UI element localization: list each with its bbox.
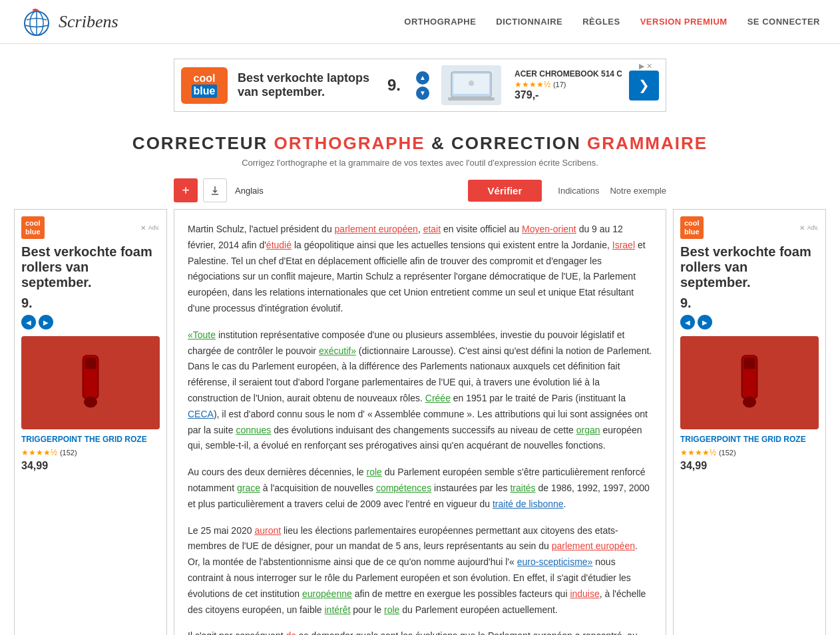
title-part1: CORRECTEUR	[132, 133, 268, 153]
ad-review-count: (17)	[553, 81, 566, 89]
svg-point-5	[469, 81, 474, 86]
main-heading-area: CORRECTEUR ORTHOGRAPHE & CORRECTION GRAM…	[0, 133, 840, 168]
right-ad-advert: Adv.	[807, 224, 819, 231]
left-ad-close[interactable]: ✕	[140, 224, 146, 232]
paragraph-4: Le 25 mai 2020 auront lieu les élections…	[188, 523, 652, 618]
ad-stars: ★★★★½	[515, 80, 550, 89]
err-parlement-europeen-1: parlement européen	[335, 224, 418, 234]
left-ad-product-name: TRIGGERPOINT THE GRID ROZE	[21, 435, 160, 444]
download-button[interactable]	[203, 178, 227, 202]
paragraph-1: Martin Schulz, l'actuel président du par…	[188, 222, 652, 317]
right-ad-product-name: TRIGGERPOINT THE GRID ROZE	[680, 435, 819, 444]
nav-regles[interactable]: RÈGLES	[582, 17, 620, 27]
err-induise: induise	[570, 588, 599, 599]
nav-orthographe[interactable]: ORTHOGRAPHE	[404, 17, 476, 27]
err-executif: exécutif»	[319, 345, 356, 356]
left-ad-header: cool blue ✕ Adv.	[21, 216, 160, 239]
language-selector[interactable]: Anglais	[235, 186, 264, 196]
left-ad-arrows: ◀ ▶	[21, 315, 53, 329]
ad-cta-button[interactable]: ❯	[629, 71, 659, 101]
ad-nav-arrows: ▲ ▼	[416, 71, 429, 100]
left-ad-advert: Adv.	[148, 224, 160, 231]
err-traites: traités	[510, 483, 535, 493]
svg-point-15	[743, 397, 756, 408]
logo-area: Scribens	[20, 7, 118, 37]
left-ad-rating-row: ◀ ▶	[21, 315, 160, 329]
ad-price: 379,-	[515, 89, 622, 101]
left-ad-arrow-prev[interactable]: ◀	[21, 315, 36, 329]
logo-text: Scribens	[59, 12, 118, 32]
right-ad-close[interactable]: ✕	[799, 224, 805, 232]
ad-rating-num: 9.	[387, 76, 401, 95]
right-ad-rating-row: ◀ ▶	[680, 315, 819, 329]
add-button[interactable]: +	[174, 178, 198, 202]
err-connues: connues	[236, 425, 271, 435]
paragraph-5: Il s'agit par conséquent de se demander …	[188, 628, 652, 635]
svg-rect-6	[448, 97, 495, 101]
err-ceca: CECA	[188, 409, 214, 419]
toolbar-links: Indications Notre exemple	[558, 186, 666, 196]
main-section: cool blue ✕ Adv. Best verkochte foam rol…	[0, 209, 840, 635]
right-ad-review-count: (152)	[719, 449, 736, 457]
err-europeenne: européenne	[302, 588, 352, 599]
right-ad-arrow-next[interactable]: ▶	[698, 315, 712, 329]
left-ad-blue: blue	[25, 228, 41, 236]
nav-premium[interactable]: VERSION PREMIUM	[640, 17, 728, 27]
ad-product-stars: ★★★★½ (17)	[515, 79, 622, 89]
ad-tagline: Best verkochte laptops van september.	[238, 71, 377, 99]
right-ad-arrows: ◀ ▶	[680, 315, 712, 329]
right-ad-stars-row: ★★★★½ (152)	[680, 447, 819, 457]
main-nav: ORTHOGRAPHE DICTIONNAIRE RÈGLES VERSION …	[404, 17, 820, 27]
left-ad-stars: ★★★★½	[21, 448, 57, 457]
err-traite-lisbonne: traité de lisbonne	[493, 499, 564, 509]
ad-rating: 9.	[387, 76, 401, 95]
ad-brand-cool: cool	[194, 73, 216, 85]
left-ad-arrow-next[interactable]: ▶	[39, 315, 53, 329]
right-ad: cool blue ✕ Adv. Best verkochte foam rol…	[673, 209, 826, 635]
err-competences: compétences	[376, 483, 431, 493]
toolbar-wrapper: + Anglais Vérifier Indications Notre exe…	[0, 178, 840, 209]
nav-dictionnaire[interactable]: DICTIONNAIRE	[496, 17, 562, 27]
indications-link[interactable]: Indications	[558, 186, 599, 196]
left-ad-stars-row: ★★★★½ (152)	[21, 447, 160, 457]
right-ad-product-image	[680, 336, 819, 429]
right-ad-blue: blue	[684, 228, 700, 236]
err-etait: etait	[423, 224, 441, 234]
err-moyen-orient: Moyen-orient	[522, 224, 576, 234]
main-subtitle: Corrigez l'orthographe et la grammaire d…	[0, 158, 840, 168]
text-editor[interactable]: Martin Schulz, l'actuel président du par…	[174, 209, 666, 635]
left-ad-text: Best verkochte foam rollers van septembe…	[21, 244, 160, 290]
ad-product-name: ACER CHROMEBOOK 514 C	[515, 69, 622, 79]
svg-rect-10	[85, 358, 97, 369]
logo-icon	[20, 7, 53, 37]
right-ad-header: cool blue ✕ Adv.	[680, 216, 819, 239]
right-ad-stars: ★★★★½	[680, 448, 716, 457]
left-ad-num: 9.	[21, 296, 160, 311]
title-orange1: ORTHOGRAPHE	[274, 133, 425, 153]
err-creee: Créée	[425, 393, 451, 403]
svg-point-11	[84, 397, 97, 408]
verify-button[interactable]: Vérifier	[468, 180, 542, 202]
err-interet: intérêt	[324, 604, 350, 615]
ad-close[interactable]: ▶ ✕	[639, 62, 652, 71]
err-auront: auront	[254, 525, 281, 536]
ad-arrow-up[interactable]: ▲	[416, 71, 429, 85]
ad-brand-blue: blue	[192, 85, 218, 98]
left-ad-product-image	[21, 336, 160, 429]
title-part2b: & CORRECTION	[431, 133, 581, 153]
err-israel: Israel	[612, 240, 635, 250]
err-organ-1: organ	[576, 425, 600, 435]
err-etudie: étudié	[266, 240, 292, 250]
right-ad-num: 9.	[680, 296, 819, 311]
nav-connect[interactable]: SE CONNECTER	[747, 17, 820, 27]
err-role-2: role	[384, 604, 399, 615]
ad-product-image	[441, 65, 501, 105]
paragraph-3: Au cours des deux dernières décennies, l…	[188, 465, 652, 512]
left-ad-review-count: (152)	[60, 449, 77, 457]
right-ad-arrow-prev[interactable]: ◀	[680, 315, 695, 329]
ad-product-details: ACER CHROMEBOOK 514 C ★★★★½ (17) 379,-	[515, 69, 622, 101]
notre-exemple-link[interactable]: Notre exemple	[610, 186, 666, 196]
header: Scribens ORTHOGRAPHE DICTIONNAIRE RÈGLES…	[0, 0, 840, 44]
ad-arrow-down[interactable]: ▼	[416, 87, 429, 100]
err-grace: grace	[237, 483, 260, 493]
